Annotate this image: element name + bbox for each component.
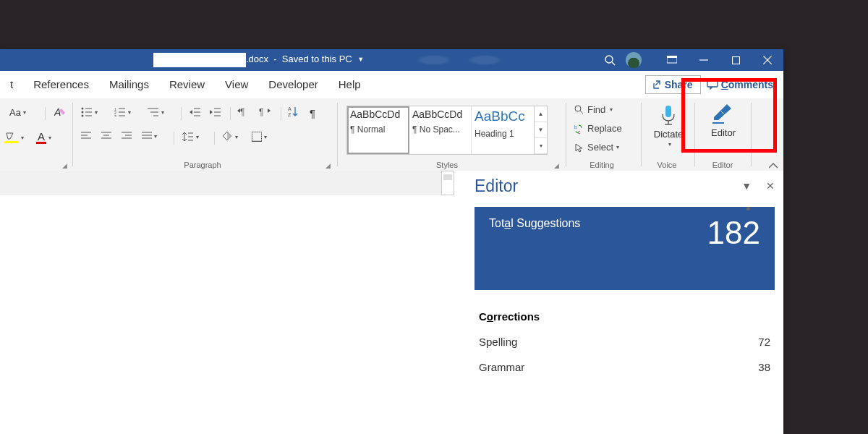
vertical-ruler[interactable] (441, 171, 454, 195)
multilevel-button[interactable]: ▾ (148, 107, 164, 117)
close-button[interactable] (752, 49, 783, 71)
word-window: .docx - Saved to this PC ▼ t (0, 49, 783, 434)
editor-button[interactable]: Editor (702, 103, 745, 156)
svg-rect-52 (252, 132, 262, 142)
file-ext: .docx (246, 54, 268, 64)
svg-text:¶: ¶ (259, 107, 263, 117)
svg-text:A: A (54, 106, 61, 118)
style-normal[interactable]: AaBbCcDd Normal (347, 106, 409, 154)
pane-title: Editor (475, 176, 518, 196)
suggestions-count: 182 (707, 217, 760, 280)
group-paragraph: Paragraph (72, 161, 333, 169)
replace-button[interactable]: bc Replace (574, 123, 622, 134)
svg-point-54 (575, 106, 581, 111)
styles-gallery[interactable]: AaBbCcDd Normal AaBbCcDd No Spac... AaBb… (346, 106, 548, 155)
suggestions-card[interactable]: Total Suggestions 182 (475, 207, 775, 290)
share-label: Share (665, 79, 693, 90)
style-no-spacing[interactable]: AaBbCcDd No Spac... (409, 106, 472, 154)
pane-options-icon[interactable]: ▼ (741, 180, 752, 192)
comments-label: omments (728, 79, 773, 90)
svg-point-15 (82, 115, 84, 117)
row-spelling[interactable]: Spelling 72 (479, 336, 770, 348)
svg-text:3: 3 (114, 114, 116, 117)
dictate-button[interactable]: Dictate ▾ (647, 103, 690, 156)
dot-icon (746, 207, 750, 210)
pilcrow-button[interactable]: ¶ (310, 107, 315, 119)
title-text: .docx - Saved to this PC ▼ (246, 54, 364, 64)
minimize-button[interactable] (688, 49, 720, 71)
tab-developer[interactable]: Developer (258, 71, 328, 98)
find-button[interactable]: Find▾ (574, 104, 613, 115)
menubar: t References Mailings Review View Develo… (0, 71, 783, 98)
page[interactable] (0, 195, 454, 434)
document-area (0, 171, 454, 434)
ltr-button[interactable]: ¶ (259, 107, 272, 117)
svg-point-0 (605, 56, 613, 63)
tab-view[interactable]: View (215, 71, 258, 98)
clear-formatting-button[interactable]: A (54, 106, 67, 119)
tab-cut[interactable]: t (0, 71, 23, 98)
increase-indent-button[interactable] (210, 107, 221, 117)
svg-text:¶: ¶ (240, 107, 244, 117)
save-status: Saved to this PC (282, 54, 352, 64)
style-heading1[interactable]: AaBbCc Heading 1 (472, 106, 534, 154)
group-editing: Editing (566, 161, 638, 169)
ribbon: Aa▾ A ▾ A▾ ◢ ▾ 123▾ ▾ ¶¶ (0, 98, 783, 171)
comments-button[interactable]: Comments (707, 79, 773, 90)
group-voice: Voice (641, 161, 693, 169)
svg-point-13 (82, 111, 84, 114)
svg-rect-3 (667, 56, 677, 58)
svg-text:Z: Z (288, 112, 292, 117)
collapse-ribbon-icon[interactable] (769, 162, 778, 169)
font-color-button[interactable]: A▾ (36, 132, 51, 144)
search-icon[interactable] (594, 49, 626, 71)
chevron-down-icon[interactable]: ▼ (357, 56, 364, 63)
line-spacing-button[interactable]: ▾ (182, 132, 199, 142)
filename-redacted (153, 53, 246, 67)
svg-line-1 (612, 62, 615, 65)
share-button[interactable]: Share (645, 75, 701, 94)
maximize-button[interactable] (720, 49, 752, 71)
svg-point-11 (82, 108, 84, 110)
svg-text:b: b (574, 124, 577, 129)
tab-references[interactable]: References (23, 71, 99, 98)
align-right-button[interactable] (122, 132, 132, 140)
borders-button[interactable]: ▾ (252, 132, 267, 142)
group-editor: Editor (694, 161, 751, 169)
align-left-button[interactable] (81, 132, 91, 140)
tab-mailings[interactable]: Mailings (99, 71, 159, 98)
corrections-heading: Corrections (479, 310, 770, 323)
sort-button[interactable]: AZ (288, 106, 298, 117)
numbering-button[interactable]: 123▾ (114, 107, 131, 117)
justify-button[interactable]: ▾ (142, 132, 157, 140)
row-grammar[interactable]: Grammar 38 (479, 361, 770, 373)
tab-review[interactable]: Review (159, 71, 215, 98)
pane-close-icon[interactable]: ✕ (766, 180, 775, 192)
shading-button[interactable]: ▾ (221, 132, 238, 142)
suggestions-label: Total Suggestions (489, 217, 580, 280)
styles-scroll[interactable]: ▲▼▾ (534, 106, 547, 154)
highlight-button[interactable]: ▾ (4, 132, 24, 143)
rtl-button[interactable]: ¶¶ (237, 107, 250, 117)
font-size-button[interactable]: Aa▾ (9, 107, 26, 118)
svg-line-55 (580, 111, 583, 114)
bullets-button[interactable]: ▾ (81, 107, 98, 117)
svg-rect-10 (4, 141, 19, 143)
decrease-indent-button[interactable] (190, 107, 201, 117)
tab-help[interactable]: Help (328, 71, 371, 98)
svg-rect-58 (665, 106, 671, 117)
comments-key: C (721, 79, 728, 90)
svg-rect-5 (732, 56, 739, 64)
select-button[interactable]: Select▾ (574, 142, 619, 153)
editor-pane: Editor ▼ ✕ Total Suggestions 182 Correct… (466, 171, 783, 434)
svg-rect-8 (707, 80, 718, 87)
avatar[interactable] (626, 52, 642, 68)
group-styles: Styles (346, 161, 548, 169)
ribbon-display-icon[interactable] (656, 49, 688, 71)
svg-text:A: A (288, 106, 292, 111)
titlebar: .docx - Saved to this PC ▼ (0, 49, 783, 71)
align-center-button[interactable] (101, 132, 111, 140)
